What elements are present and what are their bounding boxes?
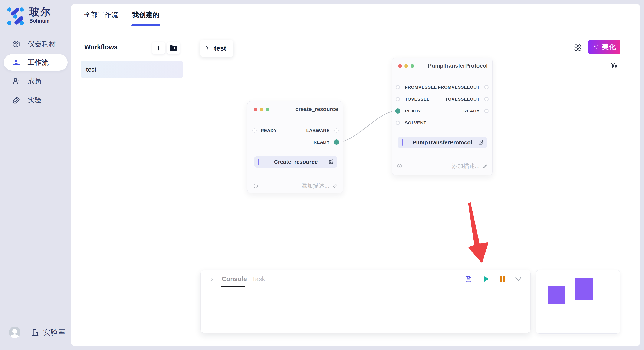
input-port-label: FROMVESSEL xyxy=(405,85,437,90)
output-port-circle[interactable] xyxy=(484,109,488,113)
edge-create-to-pump xyxy=(337,111,398,142)
avatar-head xyxy=(12,329,17,334)
brand: 玻尔 Bohrium xyxy=(6,6,52,25)
workflow-list-item[interactable]: test xyxy=(81,61,183,78)
pencil-icon[interactable] xyxy=(332,183,338,189)
sidebar-item-members[interactable]: 成员 xyxy=(4,73,68,89)
pencil-icon[interactable] xyxy=(482,164,488,169)
workflow-people-icon xyxy=(12,58,20,67)
output-port-circle[interactable] xyxy=(484,97,488,101)
node-title: PumpTransferProtocol xyxy=(428,58,488,73)
node-action-pill[interactable]: Create_resource xyxy=(254,156,337,168)
traffic-red-dot[interactable] xyxy=(254,108,257,111)
tab-all-workflows[interactable]: 全部工作流 xyxy=(84,4,118,26)
lab-label: 实验室 xyxy=(43,328,66,337)
traffic-green-dot[interactable] xyxy=(266,108,269,111)
folder-download-icon xyxy=(169,44,178,52)
layout-grid-icon[interactable] xyxy=(574,44,582,51)
members-icon xyxy=(12,77,20,85)
output-port-label: LABWARE xyxy=(306,128,330,133)
add-workflow-button[interactable] xyxy=(152,42,166,54)
minimap[interactable] xyxy=(536,270,620,334)
avatar[interactable] xyxy=(9,327,20,338)
minimap-node-create-resource xyxy=(548,286,566,304)
pill-label: PumpTransferProtocol xyxy=(398,137,487,148)
collapse-chevron-right-icon[interactable] xyxy=(209,277,214,282)
output-port-label: TOVESSELOUT xyxy=(445,97,480,102)
input-port-circle-connected[interactable] xyxy=(395,108,400,114)
sparkles-icon xyxy=(592,43,599,51)
node-footer: 添加描述... xyxy=(392,162,492,170)
input-port-circle[interactable] xyxy=(252,128,256,133)
save-icon[interactable] xyxy=(464,275,472,283)
node-pump-transfer-protocol[interactable]: PumpTransferProtocol FROMVESSEL FROMVESS… xyxy=(392,58,492,175)
workflow-tabbar: 全部工作流 我创建的 xyxy=(71,4,640,26)
output-port-circle-connected[interactable] xyxy=(334,140,339,145)
task-tab[interactable]: Task xyxy=(252,275,265,283)
canvas-breadcrumb[interactable]: test xyxy=(200,40,234,57)
input-port-circle[interactable] xyxy=(396,121,400,125)
import-folder-button[interactable] xyxy=(166,42,180,54)
edit-square-icon[interactable] xyxy=(328,159,334,165)
output-port-label: READY xyxy=(314,140,330,145)
input-port-circle[interactable] xyxy=(396,97,400,101)
annotation-arrow-red xyxy=(468,202,488,263)
sidebar-item-experiment[interactable]: 实验 xyxy=(4,92,68,108)
chevron-down-icon[interactable] xyxy=(514,276,522,282)
node-header[interactable]: PumpTransferProtocol xyxy=(392,58,492,73)
beautify-button[interactable]: 美化 xyxy=(588,39,620,54)
output-port-circle[interactable] xyxy=(484,85,488,89)
traffic-red-dot[interactable] xyxy=(398,64,402,68)
sidebar-footer: 实验室 xyxy=(9,327,66,338)
description-placeholder[interactable]: 添加描述... xyxy=(301,182,329,190)
edit-square-icon[interactable] xyxy=(478,140,484,146)
pause-icon[interactable] xyxy=(500,276,505,283)
node-title: create_resource xyxy=(296,101,338,117)
sidebar-item-label: 工作流 xyxy=(28,58,49,67)
sidebar-item-label: 仪器耗材 xyxy=(28,39,56,49)
output-port-label: FROMVESSELOUT xyxy=(438,85,480,90)
input-port-label: READY xyxy=(405,108,421,114)
breadcrumb-label: test xyxy=(214,44,226,52)
brand-name-zh: 玻尔 xyxy=(30,6,52,18)
node-action-pill[interactable]: PumpTransferProtocol xyxy=(398,137,487,148)
panel-divider xyxy=(187,26,187,346)
description-placeholder[interactable]: 添加描述... xyxy=(452,162,480,170)
output-port-circle[interactable] xyxy=(334,128,338,133)
console-tab[interactable]: Console xyxy=(222,275,247,283)
node-header[interactable]: create_resource xyxy=(248,101,343,117)
traffic-yellow-dot[interactable] xyxy=(404,64,408,68)
sidebar-item-instruments[interactable]: 仪器耗材 xyxy=(4,36,68,52)
input-port-label: TOVESSEL xyxy=(405,97,430,102)
experiment-icon xyxy=(12,96,20,104)
traffic-green-dot[interactable] xyxy=(410,64,414,68)
main-panel: 全部工作流 我创建的 Workflows test xyxy=(71,4,640,346)
app-root: { "app": { "brand_zh": "玻尔", "brand_en":… xyxy=(0,0,644,350)
info-icon[interactable] xyxy=(397,164,402,169)
info-icon[interactable] xyxy=(253,183,258,188)
input-port-circle[interactable] xyxy=(396,85,400,89)
port-row: READY LABWARE xyxy=(248,128,343,133)
traffic-yellow-dot[interactable] xyxy=(260,108,263,111)
run-play-icon[interactable] xyxy=(481,275,490,283)
building-icon xyxy=(31,328,40,337)
lab-entry[interactable]: 实验室 xyxy=(31,328,66,337)
active-tab-underline xyxy=(132,24,160,26)
brand-text: 玻尔 Bohrium xyxy=(30,6,52,24)
sidebar-item-workflow[interactable]: 工作流 xyxy=(4,54,68,71)
sidebar-item-label: 实验 xyxy=(28,95,42,105)
filter-icon[interactable] xyxy=(610,62,618,69)
node-create-resource[interactable]: create_resource READY LABWARE READY Crea… xyxy=(247,101,343,193)
port-row: READY xyxy=(248,140,343,145)
node-footer: 添加描述... xyxy=(248,181,343,190)
console-active-underline xyxy=(221,286,245,287)
tab-my-created[interactable]: 我创建的 xyxy=(132,4,160,26)
output-port-label: READY xyxy=(464,108,480,114)
port-row: FROMVESSEL FROMVESSELOUT xyxy=(392,85,492,90)
plus-icon xyxy=(156,45,162,51)
workflow-item-name: test xyxy=(86,66,96,73)
input-port-label: SOLVENT xyxy=(405,120,426,126)
bohrium-logo-icon xyxy=(6,6,25,25)
input-port-label: READY xyxy=(261,128,277,133)
package-icon xyxy=(12,40,20,48)
